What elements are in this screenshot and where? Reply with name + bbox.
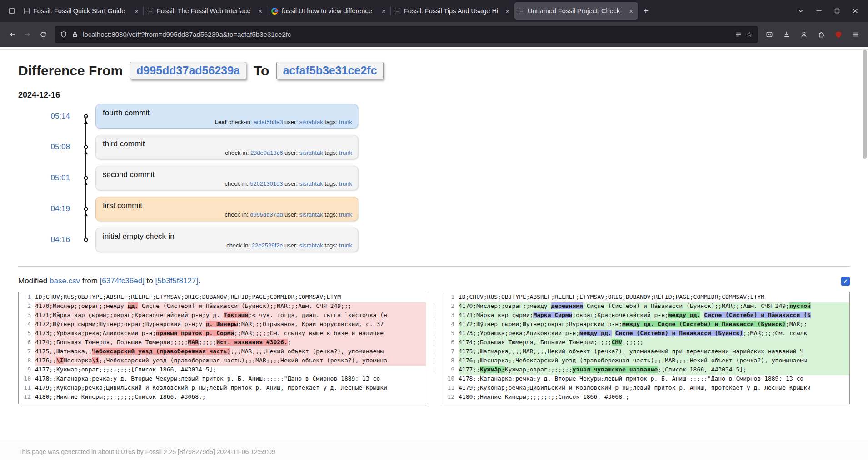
line-number: 4: [442, 321, 459, 330]
tracking-protection-shield-icon[interactable]: [60, 31, 67, 38]
tab-close-icon[interactable]: ×: [134, 7, 140, 15]
diff-line: 34171;Мӑрка вар çырми;Марка Сирми;овраг;…: [442, 312, 849, 321]
browser-tab[interactable]: Unnamed Fossil Project: Check- ×: [514, 2, 638, 20]
tab-close-icon[interactable]: ×: [257, 7, 263, 15]
navigation-toolbar: localhost:8080/vdiff?from=d995dd37ad5623…: [0, 22, 868, 47]
scrollbar-thumb[interactable]: [863, 50, 867, 159]
account-icon[interactable]: [796, 27, 812, 42]
commit-meta: Leaf check-in: acfaf5b3e3 user: sisrahta…: [215, 119, 352, 125]
timeline-commit-box: initial empty check-in check-in: 22e2529…: [95, 228, 358, 252]
commit-title: second commit: [103, 170, 155, 179]
tags-link[interactable]: trunk: [339, 211, 352, 218]
diff-line: 1ID;CHUV;RUS;OBJTYPE;ABSREF;RELREF;ETYMS…: [19, 293, 426, 302]
diff-line: 34171;Мӑрка вар çырми;;овраг;Красночетай…: [19, 312, 426, 321]
tags-link[interactable]: trunk: [339, 119, 352, 125]
timeline-time-link[interactable]: 04:16: [18, 235, 76, 244]
user-link[interactable]: sisrahtak: [299, 242, 323, 249]
timeline-date: 2024-12-16: [18, 90, 850, 100]
user-label: user:: [284, 211, 298, 218]
checkin-hash-link[interactable]: 52021301d3: [250, 180, 283, 187]
tags-link[interactable]: trunk: [339, 242, 352, 249]
browser-tab[interactable]: fossil UI how to view difference ×: [267, 2, 391, 20]
timeline-arrow: [84, 151, 88, 154]
firefox-view-icon[interactable]: [4, 3, 20, 19]
pocket-icon[interactable]: [762, 27, 777, 42]
timeline-node[interactable]: [84, 176, 88, 180]
diff-change-marker: |: [432, 321, 436, 330]
diff-option-checkbox[interactable]: ✓: [841, 277, 850, 286]
timeline-commit-box: second commit check-in: 52021301d3 user:…: [95, 166, 358, 190]
line-text: 4178;;Каганарка;речка;у д. Вторые Чекуры…: [35, 375, 426, 384]
modified-to-link[interactable]: [5b3f5f8127]: [155, 277, 199, 285]
browser-tab[interactable]: Fossil: Fossil Tips And Usage Hi ×: [391, 2, 514, 20]
url-bar[interactable]: localhost:8080/vdiff?from=d995dd37ad5623…: [55, 26, 758, 43]
tab-favicon: [519, 8, 524, 14]
maximize-button[interactable]: [828, 0, 846, 22]
check-mark-icon: ✓: [843, 278, 848, 285]
user-link[interactable]: sisrahtak: [299, 119, 323, 125]
timeline-time-link[interactable]: 05:14: [18, 112, 76, 121]
browser-tab[interactable]: Fossil: The Fossil Web Interface ×: [144, 2, 267, 20]
leaf-badge: Leaf: [215, 119, 227, 125]
line-number: 6: [442, 339, 459, 348]
line-number: 10: [19, 375, 35, 384]
diff-line: 94177;;Кужмӑр;Кужмар;овраг;;;;;;;узнал ч…: [442, 366, 849, 375]
new-tab-button[interactable]: +: [638, 3, 653, 19]
ublock-shield-icon[interactable]: [831, 27, 846, 42]
line-text: 4174;;Большая Тюмерля, Большие Тюмерли;;…: [35, 339, 426, 348]
line-text: 4174;;Большая Тюмерля, Большие Тюмерли;;…: [459, 339, 849, 348]
diff-left-panel[interactable]: 1ID;CHUV;RUS;OBJTYPE;ABSREF;RELREF;ETYMS…: [18, 292, 426, 404]
checkin-hash-link[interactable]: d995dd37ad: [250, 211, 283, 218]
diff-right-panel[interactable]: 1ID;CHUV;RUS;OBJTYPE;ABSREF;RELREF;ETYMS…: [442, 292, 850, 404]
diff-line: 54173;;Урбашка;река;Аликовский р-н;между…: [442, 330, 849, 339]
tags-link[interactable]: trunk: [339, 149, 352, 156]
tab-close-icon[interactable]: ×: [381, 7, 387, 15]
line-number: 7: [442, 348, 459, 357]
checkin-hash-link[interactable]: acfaf5b3e3: [254, 119, 283, 125]
back-button[interactable]: [5, 27, 20, 42]
checkin-label: check-in:: [225, 149, 249, 156]
timeline-time-link[interactable]: 04:19: [18, 204, 76, 213]
timeline-node[interactable]: [84, 207, 88, 211]
line-number: 8: [19, 357, 35, 366]
modified-from-link[interactable]: [6374fc36ed]: [100, 277, 145, 285]
timeline-time-link[interactable]: 05:01: [18, 173, 76, 183]
line-number: 4: [19, 321, 35, 330]
timeline-node[interactable]: [84, 238, 88, 242]
tags-link[interactable]: trunk: [339, 180, 352, 187]
close-button[interactable]: [846, 0, 864, 22]
user-link[interactable]: sisrahtak: [299, 149, 323, 156]
tab-close-icon[interactable]: ×: [628, 7, 634, 15]
extensions-puzzle-icon[interactable]: [813, 27, 829, 42]
timeline-arrow: [84, 182, 88, 185]
connection-lock-icon[interactable]: [71, 31, 79, 38]
reload-button[interactable]: [35, 27, 51, 42]
url-text[interactable]: localhost:8080/vdiff?from=d995dd37ad5623…: [83, 30, 731, 38]
downloads-icon[interactable]: [779, 27, 794, 42]
from-hash-box[interactable]: d995dd37ad56239a: [130, 62, 246, 79]
from-word: from: [82, 277, 98, 285]
checkin-hash-link[interactable]: 22e2529f2e: [252, 242, 283, 249]
tab-close-icon[interactable]: ×: [504, 7, 510, 15]
forward-button[interactable]: [20, 27, 35, 42]
menu-hamburger-icon[interactable]: [848, 27, 863, 42]
timeline-time-link[interactable]: 05:08: [18, 143, 76, 152]
diff-line: 104178;;Каганарка;речка;у д. Вторые Чеку…: [19, 375, 426, 384]
checkin-label: check-in:: [225, 180, 249, 187]
modified-file-link[interactable]: base.csv: [50, 277, 80, 285]
timeline-node[interactable]: [84, 114, 88, 119]
user-link[interactable]: sisrahtak: [299, 211, 323, 218]
line-text: 4175;;Шатмарка;;;;MAR;;;;Некий объект (р…: [459, 348, 849, 357]
list-all-tabs-button[interactable]: [792, 0, 810, 22]
user-link[interactable]: sisrahtak: [299, 180, 323, 187]
timeline-rail: [76, 132, 95, 163]
to-hash-box[interactable]: acfaf5b3e31ce2fc: [276, 62, 383, 79]
timeline-node[interactable]: [84, 145, 88, 149]
browser-tab[interactable]: Fossil: Fossil Quick Start Guide ×: [20, 2, 144, 20]
checkin-hash-link[interactable]: 23de0a13c6: [250, 149, 283, 156]
reader-view-icon[interactable]: [735, 31, 742, 38]
line-text: 4170;Мислер;;овраг;;между дд. Сиçпе (Сис…: [35, 302, 426, 312]
minimize-button[interactable]: [810, 0, 828, 22]
tags-label: tags:: [324, 180, 337, 187]
bookmark-star-icon[interactable]: ☆: [746, 30, 753, 39]
